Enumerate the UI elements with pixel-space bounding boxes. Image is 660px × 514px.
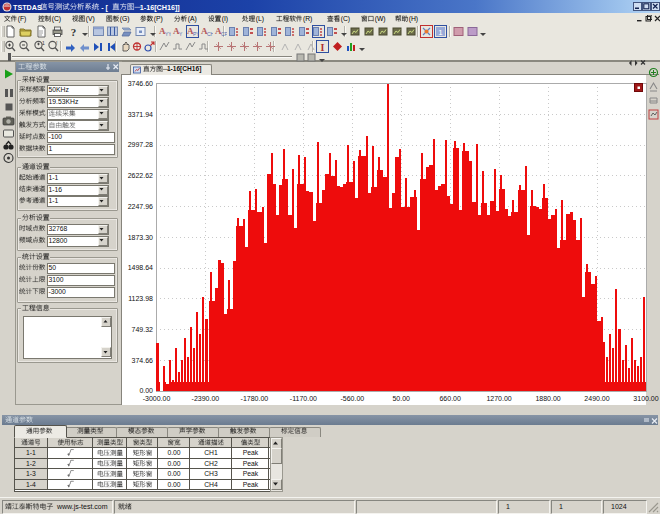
svg-text:1: 1: [438, 28, 443, 37]
svg-text:!: !: [56, 40, 57, 46]
svg-text:1: 1: [42, 40, 45, 46]
svg-text:YY: YY: [165, 31, 171, 37]
svg-text:PY: PY: [193, 31, 199, 37]
svg-text:CH: CH: [207, 31, 213, 37]
svg-text:CP: CP: [221, 31, 227, 37]
svg-text:?: ?: [71, 26, 77, 38]
svg-text:I: I: [321, 42, 325, 53]
svg-text:Y: Y: [179, 31, 183, 37]
